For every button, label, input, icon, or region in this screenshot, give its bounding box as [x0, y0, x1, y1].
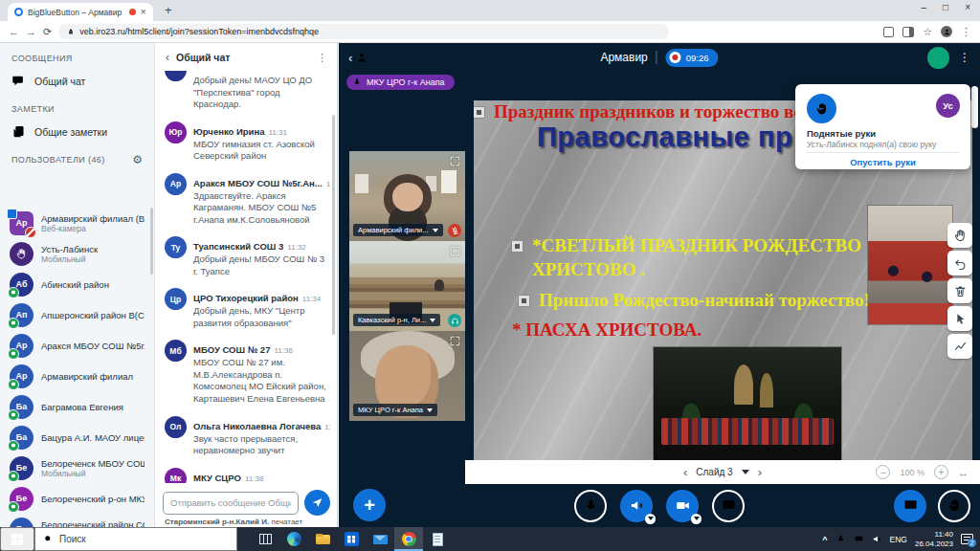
url-field[interactable]: veb.iro23.ru/html5client/join?sessionTok… [58, 24, 669, 39]
taskbar-app-button[interactable] [366, 527, 394, 551]
user-avatar: Ап [10, 303, 33, 327]
browser-menu-icon[interactable]: ⋮ [961, 26, 971, 38]
user-list-item[interactable]: Аб Абинский район [0, 269, 154, 299]
fullscreen-icon[interactable] [449, 335, 461, 347]
taskbar-app-button[interactable] [394, 527, 423, 551]
webcam-tile[interactable]: МКУ ЦРО г-к Анапа [349, 331, 465, 421]
screenshare-button[interactable] [712, 490, 745, 522]
webcam-label[interactable]: Кавказский р-н, Ли... [353, 314, 440, 326]
taskbar-app-button[interactable] [337, 527, 366, 551]
window-maximize-button[interactable]: □ [943, 2, 948, 12]
forward-button[interactable]: → [26, 26, 36, 37]
whiteboard-tool-button[interactable] [947, 223, 972, 248]
whiteboard-tool-button[interactable] [947, 306, 972, 331]
taskbar-search[interactable]: Поиск [34, 527, 237, 551]
user-status: Веб-камера [41, 224, 145, 233]
next-slide-button[interactable]: › [758, 465, 762, 479]
bookmark-star-icon[interactable]: ☆ [923, 26, 932, 38]
actions-plus-button[interactable]: + [353, 489, 386, 521]
webcam-options-chevron-icon[interactable] [691, 514, 702, 524]
webcam-label[interactable]: Армавирский фили... [353, 224, 443, 236]
talking-indicator[interactable]: МКУ ЦРО г-к Анапа [346, 75, 455, 90]
network-icon[interactable] [854, 534, 864, 544]
sidebar-item-shared-notes[interactable]: Общие заметки [0, 119, 154, 144]
user-list-scrollbar[interactable] [150, 208, 153, 275]
share-icon[interactable] [902, 27, 914, 37]
back-button[interactable]: ← [9, 26, 19, 37]
chat-menu-icon[interactable]: ⋮ [317, 52, 327, 64]
user-name: Усть-Лабинск [41, 244, 98, 254]
user-initials: Бе [16, 463, 27, 473]
webcam-tile[interactable]: Кавказский р-н, Ли... [349, 241, 465, 331]
toggle-user-list-button[interactable]: ‹ [348, 51, 368, 65]
profile-avatar[interactable] [941, 26, 952, 37]
zoom-out-button[interactable]: – [876, 465, 890, 479]
whiteboard-tool-button[interactable] [947, 251, 972, 276]
chat-message-input[interactable] [163, 492, 299, 515]
new-tab-button[interactable]: + [165, 3, 172, 17]
recording-indicator[interactable]: 09:26 [666, 49, 719, 67]
language-indicator[interactable]: ENG [890, 535, 907, 544]
whiteboard-tool-button[interactable] [947, 334, 972, 359]
bullet-text: * ПАСХА ХРИСТОВА. [512, 319, 702, 342]
webcam-button[interactable] [666, 490, 699, 522]
gear-icon[interactable]: ⚙ [132, 154, 143, 165]
notifications-icon[interactable]: 2 [961, 534, 973, 544]
chat-back-icon[interactable]: ‹ [166, 51, 169, 64]
person-icon [943, 28, 951, 36]
user-list-item[interactable]: Ба Баграмова Евгения [0, 391, 154, 422]
user-list-item[interactable]: Ар Армавирский филиал [0, 361, 154, 391]
browser-tab[interactable]: BigBlueButton – Армавир - × [8, 3, 153, 21]
volume-icon[interactable] [872, 534, 882, 544]
user-list-item[interactable]: Ап Апшеронский район В(С)ОШ№1 [0, 299, 154, 330]
send-message-button[interactable] [304, 490, 330, 516]
tray-expand-icon[interactable]: ^ [822, 535, 827, 544]
taskbar-app-button[interactable] [308, 527, 337, 551]
fit-to-width-button[interactable]: ↔ [958, 467, 969, 478]
mic-icon[interactable] [835, 534, 846, 544]
reload-button[interactable]: ⟳ [43, 26, 52, 38]
taskbar-app-button[interactable] [423, 527, 452, 551]
previous-slide-button[interactable]: ‹ [683, 465, 687, 479]
lower-hands-button[interactable]: Опустить руки [795, 157, 970, 167]
taskbar-app-button[interactable] [279, 527, 308, 551]
webcam-label[interactable]: МКУ ЦРО г-к Анапа [353, 404, 437, 416]
whiteboard-tool-button[interactable] [947, 278, 972, 303]
user-list-item[interactable]: Бе Белореченск МБОУ СОШ 2323 Мобильный [0, 452, 154, 483]
user-list-item[interactable]: Бе Белореченский район СОШ5 Мобильный [0, 514, 154, 527]
user-list-item[interactable]: Ус Усть-Лабинск Мобильный [0, 238, 154, 269]
slide-number-label[interactable]: Слайд 3 [696, 467, 732, 477]
fullscreen-icon[interactable] [449, 155, 461, 167]
user-list-item[interactable]: Бе Белореченский р-он МКУ ЦРО [0, 483, 154, 514]
raised-hands-panel: Ус Поднятые руки Усть-Лабинск поднял(а) … [795, 84, 970, 169]
audio-options-chevron-icon[interactable] [645, 514, 656, 524]
tab-close-icon[interactable]: × [141, 7, 146, 17]
audio-button[interactable] [620, 490, 653, 522]
signal-bars-icon [932, 52, 945, 64]
tray-date: 26.04.2023 [915, 540, 953, 549]
raise-hand-button[interactable] [938, 490, 970, 522]
start-button[interactable] [0, 527, 34, 551]
window-minimize-button[interactable]: – [922, 2, 927, 12]
webcam-tile[interactable]: Армавирский фили... [349, 151, 465, 241]
media-control-icon[interactable] [883, 27, 894, 37]
user-list-item[interactable]: Ар Армавирский филиал (Вы) Веб-камера [0, 208, 154, 238]
zoom-in-button[interactable]: + [934, 465, 948, 479]
user-list-item[interactable]: Ба Бацура А.И. МАОУ лицей 12 [0, 422, 154, 452]
sidebar-item-public-chat[interactable]: Общий чат [0, 68, 154, 94]
minimize-presentation-button[interactable] [894, 490, 926, 522]
taskbar-app-button[interactable] [251, 527, 279, 551]
user-list-item[interactable]: Ар Аракся МБОУ СОШ №5г.Анапа [0, 330, 154, 361]
message-avatar: Ту [165, 236, 187, 258]
presentation-scrollbar[interactable] [971, 86, 978, 128]
window-close-button[interactable]: × [965, 2, 970, 12]
chat-scrollbar[interactable] [332, 115, 335, 335]
chevron-down-icon[interactable] [742, 470, 749, 474]
chat-message-list[interactable]: Добрый день! МАОУ ЦО ДО "Перспектива" го… [156, 71, 330, 483]
fullscreen-icon[interactable] [449, 245, 461, 257]
mute-button[interactable] [574, 490, 607, 522]
connection-status-button[interactable] [927, 47, 949, 69]
tool-icon [953, 312, 968, 326]
clock[interactable]: 11:40 26.04.2023 [915, 530, 953, 549]
options-menu-icon[interactable]: ⋮ [959, 51, 970, 64]
